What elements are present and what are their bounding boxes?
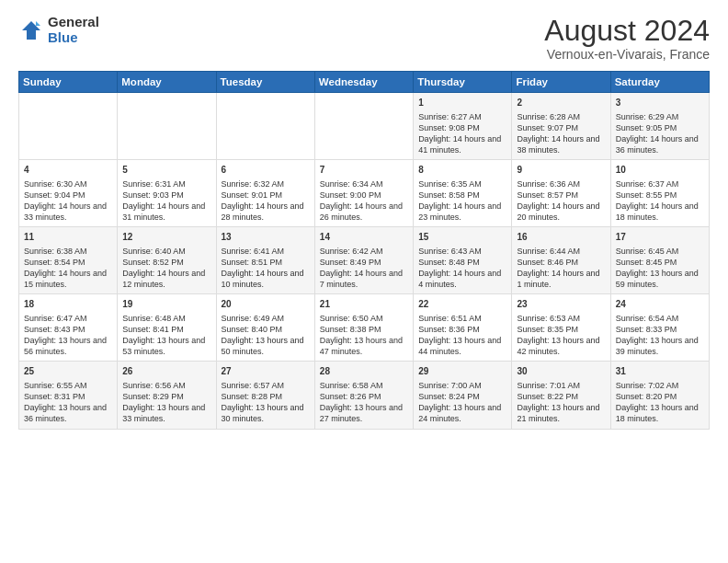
cell-content: Sunrise: 6:43 AM Sunset: 8:48 PM Dayligh… <box>418 246 507 291</box>
day-number: 23 <box>517 298 606 311</box>
calendar-cell: 3Sunrise: 6:29 AM Sunset: 9:05 PM Daylig… <box>610 93 709 160</box>
weekday-header: Tuesday <box>216 72 314 93</box>
cell-content: Sunrise: 6:32 AM Sunset: 9:01 PM Dayligh… <box>222 178 311 224</box>
cell-content: Sunrise: 6:50 AM Sunset: 8:38 PM Dayligh… <box>320 313 409 358</box>
title-block: August 2024 Vernoux-en-Vivarais, France <box>544 15 710 62</box>
cell-content: Sunrise: 7:01 AM Sunset: 8:22 PM Dayligh… <box>517 380 606 425</box>
cell-content: Sunrise: 6:45 AM Sunset: 8:45 PM Dayligh… <box>616 246 705 291</box>
calendar-cell: 31Sunrise: 7:02 AM Sunset: 8:20 PM Dayli… <box>610 362 709 429</box>
calendar-cell: 14Sunrise: 6:42 AM Sunset: 8:49 PM Dayli… <box>314 227 413 294</box>
calendar-cell: 1Sunrise: 6:27 AM Sunset: 9:08 PM Daylig… <box>414 93 512 160</box>
day-number: 10 <box>616 164 705 177</box>
day-number: 22 <box>418 298 507 311</box>
calendar-cell: 25Sunrise: 6:55 AM Sunset: 8:31 PM Dayli… <box>19 362 118 429</box>
calendar-cell: 28Sunrise: 6:58 AM Sunset: 8:26 PM Dayli… <box>314 362 413 429</box>
day-number: 27 <box>222 365 311 378</box>
month-year: August 2024 <box>544 15 710 47</box>
day-number: 24 <box>616 298 705 311</box>
cell-content: Sunrise: 6:58 AM Sunset: 8:26 PM Dayligh… <box>320 380 409 425</box>
day-number: 8 <box>418 164 507 177</box>
cell-content: Sunrise: 6:57 AM Sunset: 8:28 PM Dayligh… <box>222 380 311 425</box>
calendar-cell: 30Sunrise: 7:01 AM Sunset: 8:22 PM Dayli… <box>512 362 610 429</box>
day-number: 30 <box>517 365 606 378</box>
day-number: 19 <box>122 298 211 311</box>
calendar-cell <box>118 93 216 160</box>
day-number: 15 <box>418 231 507 244</box>
day-number: 17 <box>616 231 705 244</box>
cell-content: Sunrise: 6:51 AM Sunset: 8:36 PM Dayligh… <box>418 313 507 358</box>
cell-content: Sunrise: 6:56 AM Sunset: 8:29 PM Dayligh… <box>122 380 211 425</box>
calendar-cell: 20Sunrise: 6:49 AM Sunset: 8:40 PM Dayli… <box>216 294 314 362</box>
day-number: 29 <box>418 365 507 378</box>
day-number: 13 <box>222 231 311 244</box>
calendar-cell: 8Sunrise: 6:35 AM Sunset: 8:58 PM Daylig… <box>414 160 512 227</box>
cell-content: Sunrise: 6:36 AM Sunset: 8:57 PM Dayligh… <box>517 178 606 224</box>
svg-marker-1 <box>36 21 40 26</box>
calendar-cell: 23Sunrise: 6:53 AM Sunset: 8:35 PM Dayli… <box>512 294 610 362</box>
weekday-header: Thursday <box>414 72 512 93</box>
day-number: 14 <box>320 231 409 244</box>
cell-content: Sunrise: 6:48 AM Sunset: 8:41 PM Dayligh… <box>122 313 211 358</box>
day-number: 20 <box>222 298 311 311</box>
calendar-cell: 2Sunrise: 6:28 AM Sunset: 9:07 PM Daylig… <box>512 93 610 160</box>
cell-content: Sunrise: 6:54 AM Sunset: 8:33 PM Dayligh… <box>616 313 705 358</box>
calendar-cell: 18Sunrise: 6:47 AM Sunset: 8:43 PM Dayli… <box>19 294 118 362</box>
header: General Blue August 2024 Vernoux-en-Viva… <box>18 15 710 62</box>
cell-content: Sunrise: 7:02 AM Sunset: 8:20 PM Dayligh… <box>616 380 705 425</box>
day-number: 12 <box>122 231 211 244</box>
day-number: 1 <box>418 97 507 109</box>
day-number: 26 <box>122 365 211 378</box>
calendar-week-row: 1Sunrise: 6:27 AM Sunset: 9:08 PM Daylig… <box>19 93 710 160</box>
cell-content: Sunrise: 6:41 AM Sunset: 8:51 PM Dayligh… <box>222 246 311 291</box>
cell-content: Sunrise: 6:53 AM Sunset: 8:35 PM Dayligh… <box>517 313 606 358</box>
calendar-header: SundayMondayTuesdayWednesdayThursdayFrid… <box>19 72 710 93</box>
day-number: 31 <box>616 365 705 378</box>
day-number: 28 <box>320 365 409 378</box>
calendar-cell: 4Sunrise: 6:30 AM Sunset: 9:04 PM Daylig… <box>19 160 118 227</box>
calendar-table: SundayMondayTuesdayWednesdayThursdayFrid… <box>18 71 710 429</box>
logo-icon <box>18 17 44 43</box>
calendar-cell: 21Sunrise: 6:50 AM Sunset: 8:38 PM Dayli… <box>314 294 413 362</box>
cell-content: Sunrise: 6:55 AM Sunset: 8:31 PM Dayligh… <box>24 380 113 425</box>
day-number: 5 <box>122 164 211 177</box>
cell-content: Sunrise: 6:35 AM Sunset: 8:58 PM Dayligh… <box>418 178 507 224</box>
logo: General Blue <box>18 15 99 45</box>
day-number: 4 <box>24 164 113 177</box>
day-number: 3 <box>616 97 705 109</box>
weekday-header: Monday <box>118 72 216 93</box>
cell-content: Sunrise: 6:49 AM Sunset: 8:40 PM Dayligh… <box>222 313 311 358</box>
calendar-cell: 11Sunrise: 6:38 AM Sunset: 8:54 PM Dayli… <box>19 227 118 294</box>
calendar-cell: 19Sunrise: 6:48 AM Sunset: 8:41 PM Dayli… <box>118 294 216 362</box>
cell-content: Sunrise: 6:31 AM Sunset: 9:03 PM Dayligh… <box>122 178 211 224</box>
day-number: 9 <box>517 164 606 177</box>
cell-content: Sunrise: 6:44 AM Sunset: 8:46 PM Dayligh… <box>517 246 606 291</box>
cell-content: Sunrise: 7:00 AM Sunset: 8:24 PM Dayligh… <box>418 380 507 425</box>
calendar-cell: 13Sunrise: 6:41 AM Sunset: 8:51 PM Dayli… <box>216 227 314 294</box>
calendar-week-row: 25Sunrise: 6:55 AM Sunset: 8:31 PM Dayli… <box>19 362 710 429</box>
calendar-cell: 26Sunrise: 6:56 AM Sunset: 8:29 PM Dayli… <box>118 362 216 429</box>
calendar-cell: 10Sunrise: 6:37 AM Sunset: 8:55 PM Dayli… <box>610 160 709 227</box>
calendar-cell <box>216 93 314 160</box>
day-number: 18 <box>24 298 113 311</box>
logo-general: General <box>48 15 99 30</box>
calendar-cell <box>19 93 118 160</box>
day-number: 7 <box>320 164 409 177</box>
calendar-cell: 6Sunrise: 6:32 AM Sunset: 9:01 PM Daylig… <box>216 160 314 227</box>
calendar-cell: 5Sunrise: 6:31 AM Sunset: 9:03 PM Daylig… <box>118 160 216 227</box>
calendar-week-row: 11Sunrise: 6:38 AM Sunset: 8:54 PM Dayli… <box>19 227 710 294</box>
weekday-header: Sunday <box>19 72 118 93</box>
calendar-week-row: 18Sunrise: 6:47 AM Sunset: 8:43 PM Dayli… <box>19 294 710 362</box>
calendar-cell: 7Sunrise: 6:34 AM Sunset: 9:00 PM Daylig… <box>314 160 413 227</box>
cell-content: Sunrise: 6:34 AM Sunset: 9:00 PM Dayligh… <box>320 178 409 224</box>
weekday-header: Wednesday <box>314 72 413 93</box>
cell-content: Sunrise: 6:47 AM Sunset: 8:43 PM Dayligh… <box>24 313 113 358</box>
cell-content: Sunrise: 6:28 AM Sunset: 9:07 PM Dayligh… <box>517 111 606 156</box>
calendar-cell: 9Sunrise: 6:36 AM Sunset: 8:57 PM Daylig… <box>512 160 610 227</box>
logo-blue: Blue <box>48 30 99 46</box>
day-number: 16 <box>517 231 606 244</box>
cell-content: Sunrise: 6:37 AM Sunset: 8:55 PM Dayligh… <box>616 178 705 224</box>
calendar-cell: 24Sunrise: 6:54 AM Sunset: 8:33 PM Dayli… <box>610 294 709 362</box>
cell-content: Sunrise: 6:27 AM Sunset: 9:08 PM Dayligh… <box>418 111 507 156</box>
day-number: 6 <box>222 164 311 177</box>
cell-content: Sunrise: 6:38 AM Sunset: 8:54 PM Dayligh… <box>24 246 113 291</box>
